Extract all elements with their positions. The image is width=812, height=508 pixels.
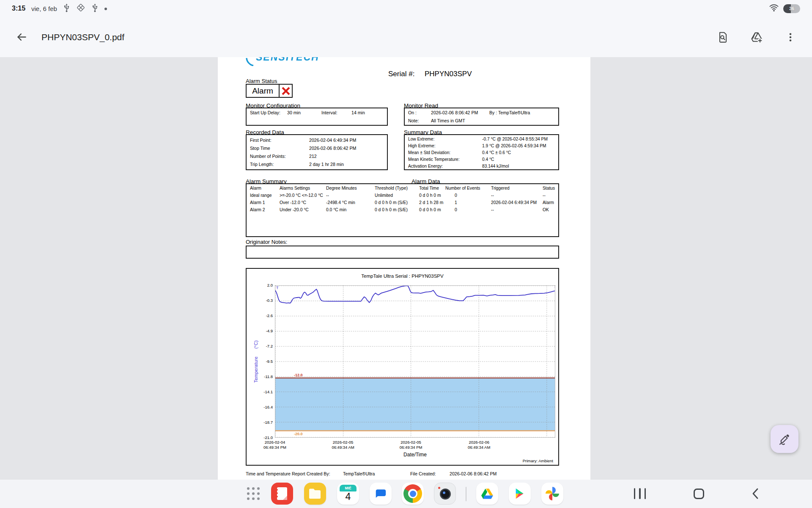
home-icon bbox=[694, 489, 704, 499]
originator-notes-box bbox=[246, 246, 559, 259]
field-value: 0.4 °C bbox=[482, 157, 494, 162]
y-axis-tick-label: -16.4 bbox=[247, 405, 273, 409]
table-cell: Alarm 2 bbox=[250, 207, 265, 212]
stylus-pen-icon bbox=[778, 433, 791, 445]
field-label: Number of Points: bbox=[250, 154, 286, 159]
table-cell: Unlimited bbox=[375, 193, 393, 198]
x-axis-tick-label: 2026-02-0606:49:34 AM bbox=[454, 440, 505, 450]
footer-created-by-label: Time and Temperature Report Created By: bbox=[246, 471, 330, 476]
table-cell: Under -20.0 °C bbox=[280, 207, 309, 212]
table-cell: -- bbox=[491, 207, 494, 212]
field-label: First Point: bbox=[250, 138, 272, 143]
apps-grid-icon bbox=[247, 487, 260, 500]
dock-item-play-store[interactable] bbox=[509, 483, 531, 505]
field-value: 2 day 1 hr 28 min bbox=[309, 162, 344, 167]
pdf-viewer-content: SENSITECH Serial #: PHPYN03SPV Alarm Sta… bbox=[0, 57, 812, 480]
status-bar: 3:15 vie, 6 feb 36 bbox=[0, 0, 812, 17]
clock: 3:15 bbox=[12, 5, 25, 12]
y-axis-tick-label: -2.6 bbox=[247, 313, 273, 318]
dock-item-drive[interactable] bbox=[476, 483, 498, 505]
field-label: Trip Length: bbox=[250, 162, 274, 167]
summary-data-box: Low Extreme: -0.7 °C @ 2026-02-04 8:55:3… bbox=[404, 134, 559, 170]
dock-item-chrome[interactable] bbox=[402, 483, 424, 505]
svg-text:T: T bbox=[554, 286, 555, 290]
field-value: -0.7 °C @ 2026-02-04 8:55:34 PM bbox=[482, 137, 548, 141]
table-header: Number of Events bbox=[445, 186, 480, 190]
alarm-status-box: Alarm bbox=[246, 84, 293, 98]
field-label: Activation Energy: bbox=[408, 164, 443, 168]
dock-item-my-files[interactable] bbox=[304, 483, 326, 505]
taskbar: MIÉ 4 bbox=[0, 480, 812, 508]
y-axis-tick-label: -14.1 bbox=[247, 389, 273, 394]
table-cell: 0.0 °C min bbox=[326, 207, 346, 212]
back-chevron-icon bbox=[751, 488, 760, 500]
table-header: Degree Minutes bbox=[326, 186, 357, 190]
field-label: Stop Time bbox=[250, 146, 270, 151]
calendar-icon-day: 4 bbox=[337, 491, 359, 502]
x-axis-tick-label: 2026-02-0506:49:34 AM bbox=[318, 440, 368, 450]
y-axis-tick-label: 2.0 bbox=[247, 283, 273, 287]
footer-created-by-value: TempTale®Ultra bbox=[343, 471, 375, 476]
field-label: Note: bbox=[408, 118, 419, 123]
table-cell: -2498.4 °C min bbox=[326, 200, 355, 205]
table-header: Triggered bbox=[491, 186, 510, 190]
alarm-table: Alarm Alarms Settings Degree Minutes Thr… bbox=[246, 183, 559, 237]
table-cell: 0 d 0 h 0 m bbox=[419, 207, 441, 212]
table-header: Alarms Settings bbox=[280, 186, 310, 190]
nav-home-button[interactable] bbox=[688, 483, 710, 505]
notification-dot-icon bbox=[104, 8, 107, 10]
nav-back-button[interactable] bbox=[744, 483, 766, 505]
originator-notes-label: Originator Notes: bbox=[246, 239, 287, 245]
alarm-status-value: Alarm bbox=[247, 85, 279, 97]
overflow-menu-button[interactable] bbox=[782, 28, 799, 46]
sensitech-logo: SENSITECH bbox=[245, 57, 351, 66]
alarm-low-threshold-label: -20.0 bbox=[294, 432, 303, 436]
document-title: PHPYN03SPV_0.pdf bbox=[41, 32, 124, 42]
drive-icon bbox=[481, 488, 494, 500]
status-date: vie, 6 feb bbox=[31, 5, 57, 12]
dock-item-photos[interactable] bbox=[541, 483, 563, 505]
table-cell: -- bbox=[491, 193, 494, 198]
field-value: 83.144 kJ/mol bbox=[482, 164, 509, 168]
field-value: 2026-02-06 8:06:42 PM bbox=[309, 146, 356, 151]
back-button[interactable] bbox=[13, 28, 30, 46]
x-axis-title: Date/Time bbox=[275, 452, 555, 458]
diamond-icon bbox=[76, 3, 85, 14]
y-axis-tick-label: -21.0 bbox=[247, 435, 273, 440]
field-label: Start Up Delay: bbox=[250, 110, 280, 115]
dock-item-notes[interactable] bbox=[271, 483, 293, 505]
table-cell: 2026-02-04 6:49:34 PM bbox=[491, 200, 537, 205]
find-in-document-button[interactable] bbox=[714, 28, 732, 46]
chart-legend: Primary: Ambient bbox=[460, 458, 553, 463]
annotate-fab[interactable] bbox=[771, 425, 798, 453]
dock-item-camera[interactable] bbox=[434, 483, 456, 505]
table-header: Status bbox=[543, 186, 555, 190]
pdf-page[interactable]: SENSITECH Serial #: PHPYN03SPV Alarm Sta… bbox=[218, 57, 590, 480]
field-label: On : bbox=[408, 110, 417, 115]
dock-item-messages[interactable] bbox=[370, 483, 392, 505]
battery-indicator: 36 bbox=[783, 4, 800, 13]
svg-text:T: T bbox=[276, 286, 279, 290]
nav-recents-button[interactable] bbox=[629, 483, 651, 505]
apps-grid-button[interactable] bbox=[242, 483, 264, 505]
usb-icon-2 bbox=[91, 3, 99, 14]
field-label: Low Extreme: bbox=[408, 137, 434, 141]
table-header: Total Time bbox=[419, 186, 439, 190]
x-axis-tick-label: 2026-02-0406:49:34 PM bbox=[250, 440, 300, 450]
y-axis-tick-label: -4.9 bbox=[247, 329, 273, 333]
table-cell: >=-20.0 °C <=-12.0 °C bbox=[280, 193, 323, 198]
serial-value: PHPYN03SPV bbox=[425, 70, 472, 78]
folder-icon bbox=[308, 488, 322, 500]
table-cell: Ideal range bbox=[250, 193, 272, 198]
add-to-drive-button[interactable] bbox=[748, 28, 765, 46]
recorded-data-box: First Point: 2026-02-04 6:49:34 PM Stop … bbox=[246, 134, 388, 170]
table-cell: 2 d 1 h 28 m bbox=[419, 200, 443, 205]
serial-label: Serial #: bbox=[388, 70, 414, 78]
field-value: 0.4 °C ± 0.6 °C bbox=[482, 150, 511, 155]
wifi-icon bbox=[769, 3, 779, 14]
y-axis-tick-label: -7.2 bbox=[247, 344, 273, 348]
field-value: By : TempTale®Ultra bbox=[489, 110, 530, 115]
table-header: Threshold (Type) bbox=[375, 186, 408, 190]
dock-item-calendar[interactable]: MIÉ 4 bbox=[337, 483, 359, 505]
table-cell: Alarm 1 bbox=[250, 200, 265, 205]
